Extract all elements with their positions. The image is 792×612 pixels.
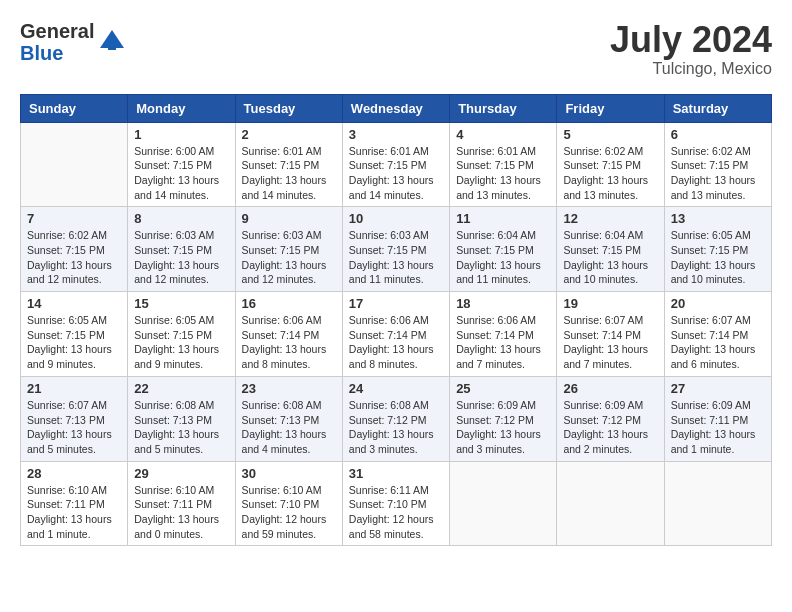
day-number: 28: [27, 466, 121, 481]
day-number: 21: [27, 381, 121, 396]
calendar-cell: 26Sunrise: 6:09 AMSunset: 7:12 PMDayligh…: [557, 376, 664, 461]
day-number: 26: [563, 381, 657, 396]
calendar-cell: 6Sunrise: 6:02 AMSunset: 7:15 PMDaylight…: [664, 122, 771, 207]
calendar-cell: 24Sunrise: 6:08 AMSunset: 7:12 PMDayligh…: [342, 376, 449, 461]
calendar-cell: 3Sunrise: 6:01 AMSunset: 7:15 PMDaylight…: [342, 122, 449, 207]
calendar-cell: [21, 122, 128, 207]
calendar-cell: 31Sunrise: 6:11 AMSunset: 7:10 PMDayligh…: [342, 461, 449, 546]
day-info: Sunrise: 6:03 AMSunset: 7:15 PMDaylight:…: [242, 228, 336, 287]
calendar-header-wednesday: Wednesday: [342, 94, 449, 122]
calendar-header-saturday: Saturday: [664, 94, 771, 122]
logo: General Blue: [20, 20, 126, 64]
day-number: 30: [242, 466, 336, 481]
day-number: 6: [671, 127, 765, 142]
svg-rect-1: [108, 42, 116, 50]
calendar-cell: 14Sunrise: 6:05 AMSunset: 7:15 PMDayligh…: [21, 292, 128, 377]
day-info: Sunrise: 6:00 AMSunset: 7:15 PMDaylight:…: [134, 144, 228, 203]
calendar-cell: 30Sunrise: 6:10 AMSunset: 7:10 PMDayligh…: [235, 461, 342, 546]
day-info: Sunrise: 6:10 AMSunset: 7:11 PMDaylight:…: [27, 483, 121, 542]
calendar-cell: 7Sunrise: 6:02 AMSunset: 7:15 PMDaylight…: [21, 207, 128, 292]
day-info: Sunrise: 6:06 AMSunset: 7:14 PMDaylight:…: [242, 313, 336, 372]
calendar-cell: 16Sunrise: 6:06 AMSunset: 7:14 PMDayligh…: [235, 292, 342, 377]
month-title: July 2024: [610, 20, 772, 60]
day-number: 31: [349, 466, 443, 481]
day-info: Sunrise: 6:08 AMSunset: 7:13 PMDaylight:…: [134, 398, 228, 457]
calendar-cell: 21Sunrise: 6:07 AMSunset: 7:13 PMDayligh…: [21, 376, 128, 461]
location: Tulcingo, Mexico: [610, 60, 772, 78]
day-info: Sunrise: 6:10 AMSunset: 7:11 PMDaylight:…: [134, 483, 228, 542]
calendar-week-row: 14Sunrise: 6:05 AMSunset: 7:15 PMDayligh…: [21, 292, 772, 377]
calendar-header-thursday: Thursday: [450, 94, 557, 122]
logo-blue-text: Blue: [20, 42, 94, 64]
day-info: Sunrise: 6:04 AMSunset: 7:15 PMDaylight:…: [563, 228, 657, 287]
day-info: Sunrise: 6:09 AMSunset: 7:11 PMDaylight:…: [671, 398, 765, 457]
calendar-header-sunday: Sunday: [21, 94, 128, 122]
calendar-cell: 20Sunrise: 6:07 AMSunset: 7:14 PMDayligh…: [664, 292, 771, 377]
day-number: 14: [27, 296, 121, 311]
day-number: 23: [242, 381, 336, 396]
day-info: Sunrise: 6:03 AMSunset: 7:15 PMDaylight:…: [349, 228, 443, 287]
day-info: Sunrise: 6:07 AMSunset: 7:13 PMDaylight:…: [27, 398, 121, 457]
calendar-cell: 15Sunrise: 6:05 AMSunset: 7:15 PMDayligh…: [128, 292, 235, 377]
logo-icon: [98, 28, 126, 56]
day-info: Sunrise: 6:02 AMSunset: 7:15 PMDaylight:…: [563, 144, 657, 203]
day-info: Sunrise: 6:02 AMSunset: 7:15 PMDaylight:…: [671, 144, 765, 203]
day-number: 13: [671, 211, 765, 226]
title-block: July 2024 Tulcingo, Mexico: [610, 20, 772, 78]
calendar-cell: 9Sunrise: 6:03 AMSunset: 7:15 PMDaylight…: [235, 207, 342, 292]
day-info: Sunrise: 6:01 AMSunset: 7:15 PMDaylight:…: [349, 144, 443, 203]
day-info: Sunrise: 6:06 AMSunset: 7:14 PMDaylight:…: [349, 313, 443, 372]
day-number: 29: [134, 466, 228, 481]
calendar-cell: 13Sunrise: 6:05 AMSunset: 7:15 PMDayligh…: [664, 207, 771, 292]
calendar-header-tuesday: Tuesday: [235, 94, 342, 122]
logo-general-text: General: [20, 20, 94, 42]
day-info: Sunrise: 6:01 AMSunset: 7:15 PMDaylight:…: [242, 144, 336, 203]
calendar-cell: 29Sunrise: 6:10 AMSunset: 7:11 PMDayligh…: [128, 461, 235, 546]
day-info: Sunrise: 6:07 AMSunset: 7:14 PMDaylight:…: [671, 313, 765, 372]
calendar-cell: 5Sunrise: 6:02 AMSunset: 7:15 PMDaylight…: [557, 122, 664, 207]
day-number: 7: [27, 211, 121, 226]
calendar-cell: 22Sunrise: 6:08 AMSunset: 7:13 PMDayligh…: [128, 376, 235, 461]
day-number: 12: [563, 211, 657, 226]
day-info: Sunrise: 6:08 AMSunset: 7:12 PMDaylight:…: [349, 398, 443, 457]
day-number: 25: [456, 381, 550, 396]
day-info: Sunrise: 6:09 AMSunset: 7:12 PMDaylight:…: [563, 398, 657, 457]
calendar-cell: [450, 461, 557, 546]
calendar-header-row: SundayMondayTuesdayWednesdayThursdayFrid…: [21, 94, 772, 122]
day-number: 27: [671, 381, 765, 396]
calendar-cell: 25Sunrise: 6:09 AMSunset: 7:12 PMDayligh…: [450, 376, 557, 461]
day-number: 20: [671, 296, 765, 311]
day-number: 16: [242, 296, 336, 311]
day-number: 11: [456, 211, 550, 226]
day-info: Sunrise: 6:11 AMSunset: 7:10 PMDaylight:…: [349, 483, 443, 542]
day-info: Sunrise: 6:08 AMSunset: 7:13 PMDaylight:…: [242, 398, 336, 457]
calendar-cell: 12Sunrise: 6:04 AMSunset: 7:15 PMDayligh…: [557, 207, 664, 292]
day-number: 8: [134, 211, 228, 226]
calendar-cell: 17Sunrise: 6:06 AMSunset: 7:14 PMDayligh…: [342, 292, 449, 377]
day-number: 15: [134, 296, 228, 311]
day-number: 2: [242, 127, 336, 142]
day-info: Sunrise: 6:09 AMSunset: 7:12 PMDaylight:…: [456, 398, 550, 457]
day-info: Sunrise: 6:07 AMSunset: 7:14 PMDaylight:…: [563, 313, 657, 372]
calendar-week-row: 21Sunrise: 6:07 AMSunset: 7:13 PMDayligh…: [21, 376, 772, 461]
day-info: Sunrise: 6:05 AMSunset: 7:15 PMDaylight:…: [134, 313, 228, 372]
day-number: 9: [242, 211, 336, 226]
calendar-cell: 23Sunrise: 6:08 AMSunset: 7:13 PMDayligh…: [235, 376, 342, 461]
day-info: Sunrise: 6:05 AMSunset: 7:15 PMDaylight:…: [27, 313, 121, 372]
calendar-cell: 4Sunrise: 6:01 AMSunset: 7:15 PMDaylight…: [450, 122, 557, 207]
day-number: 22: [134, 381, 228, 396]
calendar-cell: 10Sunrise: 6:03 AMSunset: 7:15 PMDayligh…: [342, 207, 449, 292]
calendar-cell: 18Sunrise: 6:06 AMSunset: 7:14 PMDayligh…: [450, 292, 557, 377]
calendar-week-row: 1Sunrise: 6:00 AMSunset: 7:15 PMDaylight…: [21, 122, 772, 207]
calendar-cell: 27Sunrise: 6:09 AMSunset: 7:11 PMDayligh…: [664, 376, 771, 461]
day-info: Sunrise: 6:03 AMSunset: 7:15 PMDaylight:…: [134, 228, 228, 287]
day-number: 24: [349, 381, 443, 396]
calendar-cell: 19Sunrise: 6:07 AMSunset: 7:14 PMDayligh…: [557, 292, 664, 377]
calendar-cell: 2Sunrise: 6:01 AMSunset: 7:15 PMDaylight…: [235, 122, 342, 207]
day-info: Sunrise: 6:06 AMSunset: 7:14 PMDaylight:…: [456, 313, 550, 372]
day-number: 10: [349, 211, 443, 226]
calendar-cell: [664, 461, 771, 546]
calendar-table: SundayMondayTuesdayWednesdayThursdayFrid…: [20, 94, 772, 547]
day-info: Sunrise: 6:10 AMSunset: 7:10 PMDaylight:…: [242, 483, 336, 542]
page-header: General Blue July 2024 Tulcingo, Mexico: [20, 20, 772, 78]
